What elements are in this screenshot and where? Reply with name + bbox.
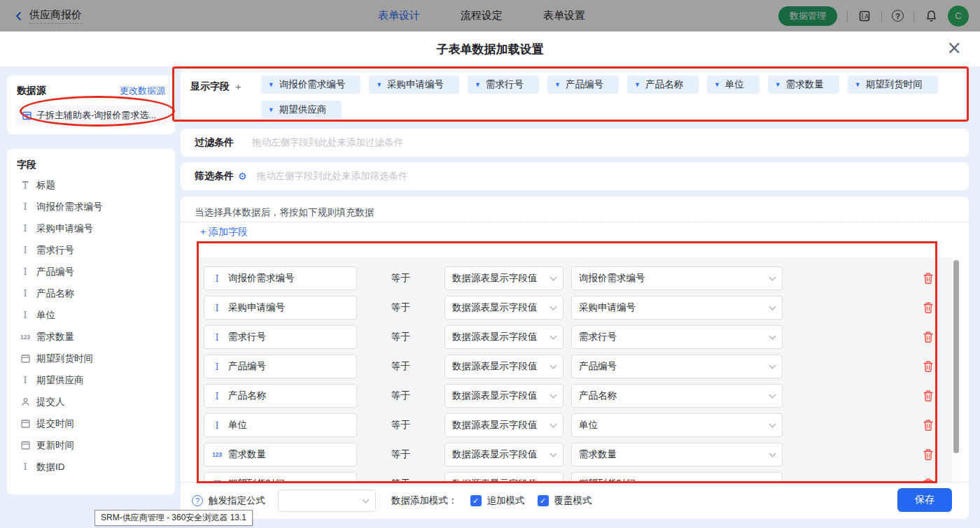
back-icon[interactable] [14, 11, 24, 21]
display-fields-label: 显示字段 [190, 80, 230, 93]
save-button[interactable]: 保存 [897, 488, 952, 512]
rule-target-field[interactable]: I 询报价需求编号 [204, 266, 357, 290]
overwrite-mode-checkbox-group[interactable]: ✓ 覆盖模式 [538, 494, 592, 507]
display-field-chip[interactable]: ▼ 需求行号 [468, 76, 539, 94]
chip-label: 产品名称 [645, 78, 683, 91]
field-list-item[interactable]: I 询报价需求编号 [7, 196, 175, 217]
delete-rule-icon[interactable] [923, 390, 934, 402]
filter-condition-panel[interactable]: 过滤条件 拖动左侧字段到此处来添加过滤条件 [181, 129, 969, 157]
field-list-item[interactable]: I 期望供应商 [7, 369, 175, 391]
rule-match-field-select[interactable]: 采购申请编号 [571, 296, 783, 320]
rule-source-select[interactable]: 数据源表显示字段值 [444, 355, 564, 378]
delete-rule-icon[interactable] [923, 448, 934, 461]
chevron-down-icon: ▼ [855, 81, 861, 88]
field-list-item[interactable]: I 产品编号 [7, 261, 175, 283]
contact-card-icon[interactable]: A [858, 9, 872, 23]
rule-source-select[interactable]: 数据源表显示字段值 [444, 384, 564, 408]
add-display-field-button[interactable]: + [235, 80, 241, 92]
field-list-item[interactable]: I 需求行号 [7, 239, 175, 261]
field-list-item[interactable]: 更新时间 [7, 434, 175, 456]
rule-source-select[interactable]: 数据源表显示字段值 [444, 325, 564, 349]
display-field-chip[interactable]: ▼ 询报价需求编号 [261, 76, 360, 94]
rule-match-field-select[interactable]: 询报价需求编号 [571, 266, 783, 290]
scrollbar-thumb[interactable] [953, 260, 959, 453]
rule-target-field[interactable]: I 产品名称 [204, 384, 357, 408]
display-field-chip[interactable]: ▼ 期望到货时间 [848, 76, 938, 94]
chevron-down-icon: ▼ [714, 81, 720, 88]
help-icon[interactable]: ? [892, 10, 904, 22]
rule-target-field[interactable]: 123 需求数量 [204, 443, 357, 466]
display-field-chip[interactable]: ▼ 单位 [707, 76, 760, 94]
text-field-icon: I [215, 362, 218, 372]
screen-condition-panel[interactable]: 筛选条件 ⚙ 拖动左侧字段到此处来添加筛选条件 [181, 162, 969, 190]
delete-rule-icon[interactable] [923, 360, 934, 373]
rule-target-field[interactable]: I 产品编号 [204, 355, 357, 378]
chevron-down-icon: ▼ [475, 81, 481, 88]
question-circle-icon[interactable]: ? [192, 495, 203, 506]
add-rule-field-button[interactable]: + 添加字段 [200, 226, 248, 238]
rule-target-field[interactable]: I 单位 [204, 413, 357, 437]
rule-match-field-select[interactable]: 需求行号 [571, 325, 783, 349]
field-list-item[interactable]: T 标题 [7, 174, 175, 196]
rule-target-field[interactable]: I 采购申请编号 [204, 296, 357, 320]
rule-match-field-select[interactable]: 期望到货时间 [571, 472, 783, 483]
field-list-item[interactable]: I 数据ID [7, 456, 175, 478]
field-label: 单位 [36, 309, 55, 322]
text-field-icon: I [23, 462, 27, 472]
rule-match-field-select[interactable]: 单位 [571, 413, 783, 437]
field-list-item[interactable]: 提交时间 [7, 413, 175, 434]
delete-rule-icon[interactable] [923, 419, 934, 431]
tab-form-design[interactable]: 表单设计 [378, 9, 420, 22]
chevron-down-icon [550, 273, 557, 280]
rule-match-field-select[interactable]: 需求数量 [571, 443, 783, 466]
rule-source-select[interactable]: 数据源表显示字段值 [444, 443, 564, 466]
field-list-item[interactable]: I 产品名称 [7, 283, 175, 304]
display-field-chip[interactable]: ▼ 采购申请编号 [369, 76, 459, 94]
display-field-chip[interactable]: ▼ 产品编号 [547, 76, 619, 94]
field-list-item[interactable]: I 单位 [7, 304, 175, 326]
field-list-item[interactable]: 期望到货时间 [7, 348, 175, 369]
rule-operator: 等于 [357, 390, 444, 402]
field-label: 数据ID [36, 461, 65, 473]
rule-source-select[interactable]: 数据源表显示字段值 [444, 266, 564, 290]
user-avatar[interactable]: C [948, 6, 969, 27]
overwrite-mode-checkbox[interactable]: ✓ [538, 495, 549, 506]
chevron-down-icon [550, 332, 557, 339]
rule-source-value: 数据源表显示字段值 [452, 272, 538, 285]
rule-source-select[interactable]: 数据源表显示字段值 [444, 472, 564, 483]
chevron-down-icon [550, 303, 557, 310]
delete-rule-icon[interactable] [923, 272, 934, 285]
field-list-item[interactable]: I 采购申请编号 [7, 217, 175, 239]
rule-match-field-value: 产品名称 [579, 390, 617, 402]
document-title[interactable]: 供应商报价 [29, 8, 82, 24]
delete-rule-icon[interactable] [923, 331, 934, 343]
display-field-chip[interactable]: ▼ 期望供应商 [261, 101, 342, 119]
rule-target-field[interactable]: I 需求行号 [204, 325, 357, 349]
rule-match-field-select[interactable]: 产品名称 [571, 384, 783, 408]
data-manage-button[interactable]: 数据管理 [778, 6, 837, 26]
append-mode-checkbox[interactable]: ✓ [470, 495, 482, 506]
bell-icon[interactable] [924, 9, 938, 23]
back-group[interactable]: 供应商报价 [14, 0, 82, 31]
field-list-item[interactable]: 123 需求数量 [7, 326, 175, 348]
rule-source-select[interactable]: 数据源表显示字段值 [444, 413, 564, 437]
trigger-formula-select[interactable] [278, 490, 376, 512]
field-list-item[interactable]: 提交人 [7, 391, 175, 413]
append-mode-checkbox-group[interactable]: ✓ 追加模式 [470, 494, 525, 507]
filter-condition-label: 过滤条件 [195, 136, 234, 149]
datasource-item[interactable]: 子拆主辅助表-询报价需求选... [15, 105, 167, 126]
rule-match-field-select[interactable]: 产品编号 [571, 355, 783, 378]
close-icon[interactable]: × [946, 38, 962, 57]
display-field-chip[interactable]: ▼ 需求数量 [768, 76, 839, 94]
text-field-icon: I [215, 273, 218, 284]
delete-rule-icon[interactable] [923, 301, 934, 314]
tab-flow-setting[interactable]: 流程设定 [461, 9, 503, 22]
change-datasource-link[interactable]: 更改数据源 [120, 85, 165, 97]
gear-icon[interactable]: ⚙ [238, 171, 247, 182]
scrollbar-track[interactable] [952, 257, 960, 483]
display-field-chip[interactable]: ▼ 产品名称 [627, 76, 699, 94]
rule-source-select[interactable]: 数据源表显示字段值 [444, 296, 564, 320]
tab-form-setting[interactable]: 表单设置 [543, 9, 585, 22]
rule-target-field[interactable]: 期望到货时间 [204, 472, 357, 483]
fill-rules-hint: 当选择具体数据后，将按如下规则填充数据 [181, 197, 969, 219]
